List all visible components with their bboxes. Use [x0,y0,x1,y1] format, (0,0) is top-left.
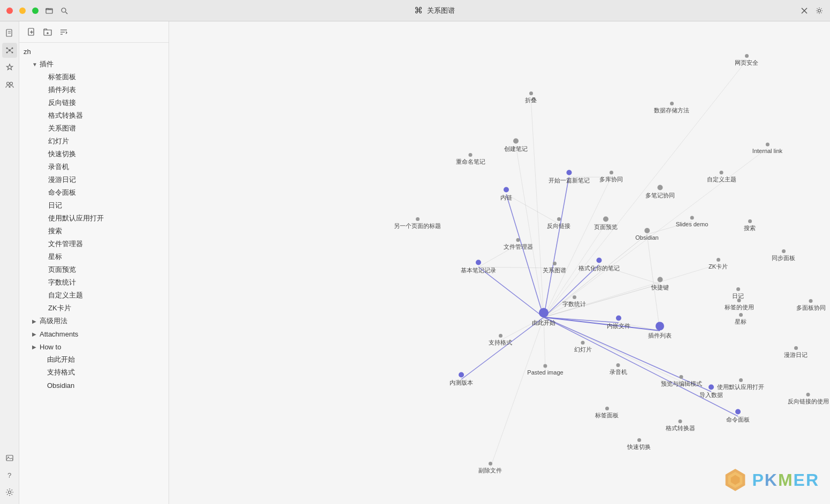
tree-item-advanced-usage[interactable]: ▶ 高级用法 [19,315,169,327]
node-n25[interactable]: 快捷键 [651,277,669,292]
node-n5[interactable]: 重命名笔记 [456,153,485,166]
node-n18[interactable]: Obsidian [635,228,658,241]
node-n43[interactable]: 导入数据 [699,385,723,399]
tree-item-command-panel[interactable]: 命令面板 [19,186,169,199]
node-n22[interactable]: 同步面板 [772,249,795,262]
node-n48[interactable]: 快速切换 [627,438,651,451]
node-n3[interactable]: 数据存储方法 [654,102,689,114]
tree-item-quick-switch[interactable]: 快速切换 [19,148,169,161]
node-n20[interactable]: 关系图谱 [543,262,566,274]
tree-item-star[interactable]: 星标 [19,250,169,263]
node-n11[interactable]: 多笔记协同 [645,185,675,200]
node-n2[interactable]: 折叠 [525,91,537,104]
node-n24[interactable]: ZK卡片 [709,258,728,271]
svg-line-40 [544,234,647,317]
node-n46[interactable]: 格式转换器 [666,419,695,432]
tree-item-wandering-diary[interactable]: 漫游日记 [19,173,169,186]
tree-item-support-format[interactable]: 支持格式 [19,366,169,379]
window-close-btn[interactable] [6,7,13,14]
node-n23[interactable]: 基本笔记记录 [461,260,496,274]
tree-item-backlink[interactable]: 反向链接 [19,96,169,109]
node-n17[interactable]: Slides demo [676,216,709,227]
tree-item-attachments[interactable]: ▶ Attachments [19,327,169,340]
node-n26[interactable]: 字数统计 [562,295,586,308]
folder-icon[interactable] [45,6,54,15]
tree-item-plugin-list[interactable]: 插件列表 [19,83,169,96]
node-n30[interactable]: 多面板协同 [796,299,826,312]
svg-line-42 [531,98,544,317]
window-minimize-btn[interactable] [19,7,26,14]
node-n39[interactable]: Pasted image [527,364,563,376]
tree-item-zk-card[interactable]: ZK卡片 [19,302,169,315]
node-n36[interactable]: 漫游日记 [784,346,808,359]
node-n41[interactable]: 使用默认应用打开 [717,378,764,391]
sidebar-item-community[interactable] [2,77,17,92]
node-n21[interactable]: 格式化你的笔记 [578,258,620,272]
sidebar-item-config[interactable] [2,485,17,500]
node-n49[interactable]: 副除文件 [478,462,502,475]
tree-item-slideshow[interactable]: 幻灯片 [19,135,169,148]
search-icon[interactable] [60,6,68,15]
node-n13[interactable]: 另一个页面的标题 [394,217,441,230]
node-n6[interactable]: Internal link [752,143,782,154]
tree-item-plugins[interactable]: ▼ 插件 [19,58,169,71]
arrow-plugins: ▼ [32,62,40,67]
graph-area[interactable]: 由此开始 网页安全 折叠 数据存储方法 创建笔记 重命名笔记 [169,21,830,504]
tree-item-recorder[interactable]: 录音机 [19,161,169,173]
node-n35[interactable]: 录音机 [610,363,627,376]
tree-root[interactable]: zh [19,45,169,58]
tree-item-tag-panel[interactable]: 标签面板 [19,71,169,83]
tree-item-from-here[interactable]: 由此开始 [19,353,169,366]
tree-item-page-preview[interactable]: 页面预览 [19,263,169,276]
tree-item-obsidian[interactable]: Obsidian [19,379,169,392]
node-n9[interactable]: 自定义主题 [707,171,736,184]
node-n7[interactable]: 开始一篇新笔记 [549,170,590,185]
sidebar-item-files[interactable] [2,26,17,41]
window-maximize-btn[interactable] [32,7,39,14]
tree-item-open-with-default[interactable]: 使用默认应用打开 [19,212,169,225]
node-n42[interactable]: 反向链接的使用 [788,393,829,406]
node-n38[interactable]: 内测版本 [450,372,473,387]
pkmer-letter-r: R [806,470,819,490]
tree-item-relation-graph[interactable]: 关系图谱 [19,122,169,135]
sort-btn[interactable] [58,26,70,38]
tree-item-word-count[interactable]: 字数统计 [19,276,169,289]
node-n28[interactable]: 内嵌文件 [607,316,630,330]
settings-icon[interactable] [815,6,824,15]
node-n8[interactable]: 多库协同 [599,171,623,184]
sidebar-item-help[interactable]: ? [2,468,17,483]
node-n1[interactable]: 网页安全 [735,54,758,67]
node-n10[interactable]: 内链 [500,187,512,202]
svg-line-51 [544,264,718,317]
sidebar-item-star[interactable] [2,60,17,75]
node-n31[interactable]: 标签的使用 [725,299,754,311]
tree-item-search[interactable]: 搜索 [19,225,169,238]
node-n14[interactable]: 反向链接 [547,217,570,230]
node-n19[interactable]: 文件管理器 [504,238,533,251]
close-icon[interactable] [800,6,809,15]
arrow-how-to: ▶ [32,344,40,350]
tree-item-how-to[interactable]: ▶ How to [19,340,169,353]
sidebar-item-image[interactable] [2,450,17,465]
new-folder-btn[interactable] [42,26,54,38]
pkmer-watermark: P K M E R [722,467,819,493]
tree-item-format-converter[interactable]: 格式转换器 [19,109,169,122]
node-n40[interactable]: 预览与编辑模式 [661,375,702,388]
node-n33[interactable]: 支持格式 [489,334,512,347]
node-n16[interactable]: 搜索 [744,219,756,232]
new-file-btn[interactable] [26,26,37,38]
node-n15[interactable]: 页面预览 [594,217,618,231]
node-n29[interactable]: 插件列表 [648,322,672,340]
node-n44[interactable]: 标签面板 [595,407,619,419]
tree-item-diary[interactable]: 日记 [19,199,169,212]
tree-item-custom-theme[interactable]: 自定义主题 [19,289,169,302]
titlebar-right [800,6,824,15]
node-n47[interactable]: 命令面板 [726,409,750,424]
tree-item-file-manager[interactable]: 文件管理器 [19,238,169,250]
sidebar-item-graph[interactable] [2,43,17,58]
node-n32[interactable]: 星标 [735,313,747,326]
node-n4[interactable]: 创建笔记 [504,139,528,153]
node-center[interactable]: 由此开始 [532,308,555,327]
node-n34[interactable]: 幻灯片 [574,341,592,354]
svg-line-14 [7,49,9,50]
